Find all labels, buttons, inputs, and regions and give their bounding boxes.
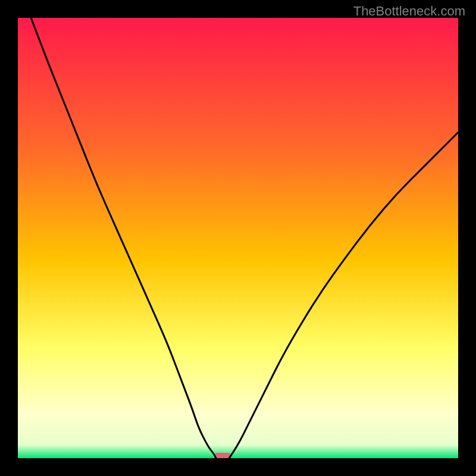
bottleneck-chart (18, 18, 458, 458)
bottleneck-marker (215, 453, 230, 458)
watermark-text: TheBottleneck.com (353, 4, 465, 19)
chart-background (18, 18, 458, 458)
